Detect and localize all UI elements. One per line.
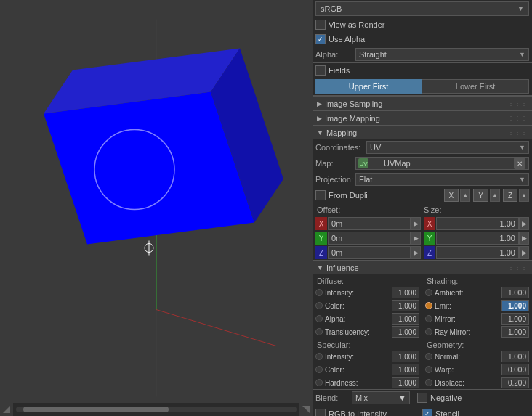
ray-mirror-val[interactable]: 1.000 [501, 326, 529, 338]
mapping-header[interactable]: ▼ Mapping ⋮⋮⋮ [313, 125, 532, 139]
influence-dots: ⋮⋮⋮ [508, 264, 528, 271]
alpha-dropdown-arrow: ▼ [519, 51, 525, 58]
alpha-dropdown[interactable]: Straight ▼ [355, 48, 529, 61]
use-alpha-checkbox[interactable] [315, 34, 326, 44]
map-row: Map: UV UVMap ✕ [313, 155, 532, 171]
diff-alpha-dot[interactable] [315, 315, 323, 322]
size-label: Size: [422, 205, 529, 215]
colorspace-dropdown[interactable]: sRGB ▼ [315, 1, 529, 16]
from-dupli-checkbox[interactable] [315, 190, 326, 200]
image-mapping-header[interactable]: ▶ Image Mapping ⋮⋮⋮ [313, 110, 532, 125]
offset-x-field: X 0m ▶ [315, 217, 421, 230]
svg-marker-12 [3, 406, 10, 413]
offset-y-value[interactable]: 0m [328, 232, 411, 245]
ambient-val[interactable]: 1.000 [501, 287, 529, 298]
diff-alpha-val[interactable]: 1.000 [392, 313, 419, 325]
hardness-cell: Hardness: 1.000 [313, 376, 422, 389]
image-sampling-arrow: ▶ [317, 100, 322, 107]
size-z-stepper[interactable]: ▶ [519, 246, 529, 259]
offset-z-stepper[interactable]: ▶ [411, 246, 421, 259]
mirror-dot[interactable] [425, 315, 432, 322]
ray-mirror-dot[interactable] [425, 328, 432, 335]
uvmap-clear-button[interactable]: ✕ [514, 158, 525, 169]
stencil-checkbox[interactable] [422, 409, 432, 416]
size-z-value[interactable]: 1.00 [436, 246, 519, 259]
map-field[interactable]: UV UVMap ✕ [355, 157, 529, 170]
emit-cell: Emit: 1.000 [422, 299, 532, 312]
size-x-stepper[interactable]: ▶ [519, 217, 529, 230]
spec-intensity-cell: Intensity: 1.000 [313, 350, 422, 363]
coordinates-label: Coordinates: [315, 143, 366, 152]
displace-dot[interactable] [425, 379, 432, 386]
emit-dot[interactable] [425, 302, 432, 309]
image-sampling-dots: ⋮⋮⋮ [508, 100, 528, 107]
projection-dropdown[interactable]: Flat ▼ [355, 173, 529, 186]
translucency-dot[interactable] [315, 328, 323, 335]
hardness-dot[interactable] [315, 379, 323, 386]
emit-val[interactable]: 1.000 [501, 300, 529, 311]
intensity-ambient-row: Intensity: 1.000 Ambient: 1.000 [313, 286, 532, 299]
offset-y-stepper[interactable]: ▶ [411, 232, 421, 245]
size-y-value[interactable]: 1.00 [436, 232, 519, 245]
hardness-val[interactable]: 1.000 [392, 377, 419, 388]
rgb-intensity-checkbox[interactable] [315, 409, 326, 416]
offset-x-stepper[interactable]: ▶ [411, 217, 421, 230]
size-x-value[interactable]: 1.00 [436, 217, 519, 230]
hardness-row: Hardness: 1.000 [313, 376, 422, 389]
displace-val[interactable]: 0.200 [501, 377, 529, 388]
mapping-arrow: ▼ [317, 129, 323, 136]
warp-val[interactable]: 0.000 [501, 364, 529, 375]
fields-checkbox[interactable] [315, 65, 326, 76]
ray-mirror-name: Ray Mirror: [435, 328, 501, 336]
spec-intensity-val[interactable]: 1.000 [392, 351, 419, 362]
horizontal-scrollbar[interactable] [16, 407, 297, 412]
alpha-row: Alpha: Straight ▼ [313, 46, 532, 62]
diff-intensity-name: Intensity: [325, 289, 392, 297]
spec-color-dot[interactable] [315, 366, 323, 373]
image-sampling-header[interactable]: ▶ Image Sampling ⋮⋮⋮ [313, 96, 532, 110]
lower-first-button[interactable]: Lower First [422, 79, 529, 94]
emit-name: Emit: [435, 302, 501, 310]
ambient-cell: Ambient: 1.000 [422, 286, 532, 299]
viewport-scrollbar-area [0, 403, 313, 416]
ambient-dot[interactable] [425, 289, 432, 296]
y-button[interactable]: Y [473, 189, 488, 202]
negative-checkbox[interactable] [417, 393, 427, 403]
spec-intensity-dot[interactable] [315, 353, 323, 360]
influence-header[interactable]: ▼ Influence ⋮⋮⋮ [313, 260, 532, 274]
diff-color-dot[interactable] [315, 302, 323, 309]
viewport[interactable] [0, 0, 313, 416]
view-as-render-checkbox[interactable] [315, 20, 326, 30]
z-stepper-up[interactable]: ▲ [519, 189, 529, 202]
offset-x-value[interactable]: 0m [328, 217, 411, 230]
emit-row: Emit: 1.000 [422, 299, 532, 312]
size-x-label: X [424, 217, 435, 230]
y-stepper-up[interactable]: ▲ [490, 189, 500, 202]
z-button[interactable]: Z [503, 189, 517, 202]
normal-val[interactable]: 1.000 [501, 351, 529, 362]
x-button[interactable]: X [444, 189, 459, 202]
blend-dropdown[interactable]: Mix ▼ [352, 391, 410, 404]
x-stepper-up[interactable]: ▲ [460, 189, 470, 202]
warp-dot[interactable] [425, 366, 432, 373]
rgb-stencil-row: RGB to Intensity Stencil [313, 407, 532, 416]
coordinates-dropdown[interactable]: UV ▼ [366, 141, 529, 154]
view-as-render-row: View as Render [313, 17, 532, 32]
normal-row: Normal: 1.000 [422, 350, 532, 363]
diff-intensity-val[interactable]: 1.000 [392, 287, 419, 298]
diff-intensity-dot[interactable] [315, 289, 323, 296]
translucency-val[interactable]: 1.000 [392, 326, 419, 338]
offset-z-value[interactable]: 0m [328, 246, 411, 259]
normal-dot[interactable] [425, 353, 432, 360]
hardness-displace-row: Hardness: 1.000 Displace: 0.200 [313, 376, 532, 389]
size-y-stepper[interactable]: ▶ [519, 232, 529, 245]
fields-row: Fields [313, 63, 532, 78]
scrollbar-thumb[interactable] [23, 407, 169, 412]
diff-color-val[interactable]: 1.000 [392, 300, 419, 311]
projection-value: Flat [359, 175, 372, 184]
spec-color-val[interactable]: 1.000 [392, 364, 419, 375]
stencil-section: Stencil [422, 409, 529, 416]
rgb-intensity-label: RGB to Intensity [329, 409, 387, 416]
upper-first-button[interactable]: Upper First [315, 79, 422, 94]
mirror-val[interactable]: 1.000 [501, 313, 529, 325]
